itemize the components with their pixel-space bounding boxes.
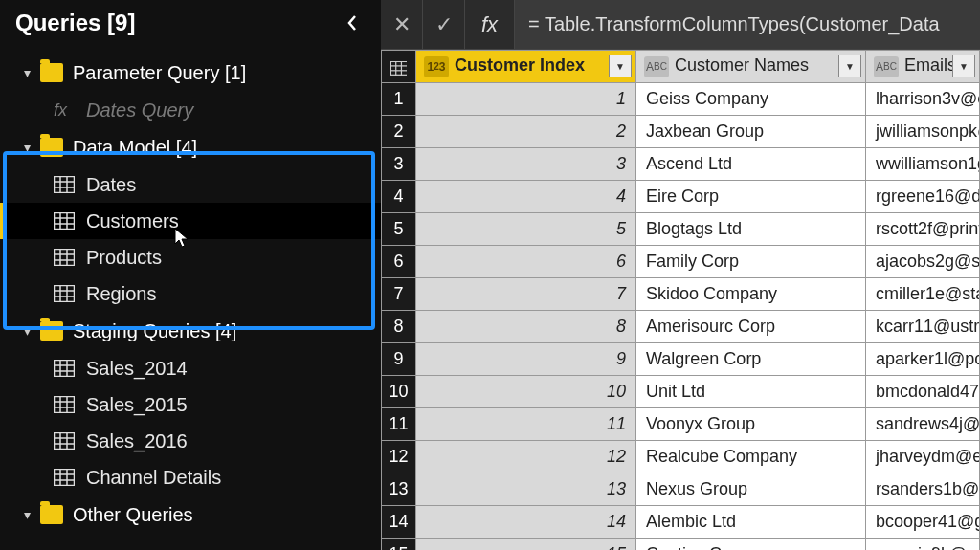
column-emails[interactable]: ABCEmails▼ xyxy=(866,51,980,83)
cell-customer-index[interactable]: 2 xyxy=(416,116,636,148)
cell-customer-index[interactable]: 1 xyxy=(416,83,636,116)
cell-customer-name[interactable]: Walgreen Corp xyxy=(636,343,866,376)
row-number[interactable]: 3 xyxy=(382,148,416,181)
cell-customer-name[interactable]: Unit Ltd xyxy=(636,376,866,408)
table-row[interactable]: 99Walgreen Corpaparker1l@pcw xyxy=(382,343,980,376)
table-row[interactable]: 11Geiss Companylharrison3v@ee xyxy=(382,83,980,116)
cell-customer-index[interactable]: 11 xyxy=(416,408,636,441)
table-row[interactable]: 1414Alembic Ltdbcooper41@gu xyxy=(382,506,980,539)
column-customer-names[interactable]: ABCCustomer Names▼ xyxy=(636,51,866,83)
row-number[interactable]: 2 xyxy=(382,116,416,148)
cell-customer-name[interactable]: Geiss Company xyxy=(636,83,866,116)
table-row[interactable]: 44Eire Corprgreene16@dev xyxy=(382,181,980,213)
query-sales-2016[interactable]: Sales_2016 xyxy=(0,423,381,459)
table-row[interactable]: 33Ascend Ltdwwilliamson1g@ xyxy=(382,148,980,181)
cell-email[interactable]: jwilliamsonpk@ xyxy=(866,116,980,148)
cell-customer-name[interactable]: Blogtags Ltd xyxy=(636,213,866,246)
cell-customer-name[interactable]: Jaxbean Group xyxy=(636,116,866,148)
row-number[interactable]: 1 xyxy=(382,83,416,116)
cell-customer-name[interactable]: Centizu Company xyxy=(636,539,866,551)
cell-email[interactable]: rsanders1b@lat xyxy=(866,473,980,506)
cell-customer-index[interactable]: 6 xyxy=(416,246,636,278)
query-customers[interactable]: Customers xyxy=(0,203,381,239)
cell-email[interactable]: jharveydm@ets xyxy=(866,441,980,473)
table-row[interactable]: 1313Nexus Grouprsanders1b@lat xyxy=(382,473,980,506)
cell-email[interactable]: rscott2f@printf xyxy=(866,213,980,246)
cell-customer-name[interactable]: Ascend Ltd xyxy=(636,148,866,181)
formula-cancel-button[interactable]: ✕ xyxy=(381,0,423,49)
column-customer-index[interactable]: 123Customer Index▼ xyxy=(416,51,636,83)
collapse-sidebar-button[interactable] xyxy=(339,10,366,36)
cell-customer-name[interactable]: Amerisourc Corp xyxy=(636,311,866,343)
cell-customer-name[interactable]: Alembic Ltd xyxy=(636,506,866,539)
cell-customer-index[interactable]: 7 xyxy=(416,278,636,311)
table-row[interactable]: 77Skidoo Companycmiller1e@stat xyxy=(382,278,980,311)
table-row[interactable]: 1010Unit Ltdbmcdonald47@ xyxy=(382,376,980,408)
table-row[interactable]: 1515Centizu Companysgarcia9k@mys xyxy=(382,539,980,551)
row-number[interactable]: 5 xyxy=(382,213,416,246)
column-filter-button[interactable]: ▼ xyxy=(952,55,975,77)
cell-email[interactable]: sgarcia9k@mys xyxy=(866,539,980,551)
column-filter-button[interactable]: ▼ xyxy=(609,55,632,77)
query-channel-details[interactable]: Channel Details xyxy=(0,459,381,495)
cell-customer-name[interactable]: Family Corp xyxy=(636,246,866,278)
cell-customer-index[interactable]: 13 xyxy=(416,473,636,506)
cell-customer-name[interactable]: Nexus Group xyxy=(636,473,866,506)
query-dates[interactable]: Dates xyxy=(0,166,381,203)
group-staging-queries[interactable]: ▾Staging Queries [4] xyxy=(0,312,381,350)
row-number[interactable]: 4 xyxy=(382,181,416,213)
cell-customer-index[interactable]: 15 xyxy=(416,539,636,551)
cell-email[interactable]: bmcdonald47@ xyxy=(866,376,980,408)
cell-customer-name[interactable]: Skidoo Company xyxy=(636,278,866,311)
cell-customer-index[interactable]: 12 xyxy=(416,441,636,473)
row-number[interactable]: 6 xyxy=(382,246,416,278)
table-row[interactable]: 22Jaxbean Groupjwilliamsonpk@ xyxy=(382,116,980,148)
column-filter-button[interactable]: ▼ xyxy=(838,55,861,77)
cell-customer-index[interactable]: 8 xyxy=(416,311,636,343)
group-data-model[interactable]: ▾Data Model [4] xyxy=(0,128,381,166)
formula-confirm-button[interactable]: ✓ xyxy=(423,0,465,49)
cell-email[interactable]: rgreene16@dev xyxy=(866,181,980,213)
row-number[interactable]: 12 xyxy=(382,441,416,473)
query-dates-query[interactable]: fxDates Query xyxy=(0,92,381,128)
cell-customer-index[interactable]: 3 xyxy=(416,148,636,181)
row-number[interactable]: 13 xyxy=(382,473,416,506)
row-number[interactable]: 8 xyxy=(382,311,416,343)
query-regions[interactable]: Regions xyxy=(0,275,381,312)
table-row[interactable]: 1111Voonyx Groupsandrews4j@cis xyxy=(382,408,980,441)
cell-email[interactable]: wwilliamson1g@ xyxy=(866,148,980,181)
row-number[interactable]: 15 xyxy=(382,539,416,551)
data-grid[interactable]: 123Customer Index▼ABCCustomer Names▼ABCE… xyxy=(381,50,980,550)
query-sales-2014[interactable]: Sales_2014 xyxy=(0,350,381,386)
cell-email[interactable]: sandrews4j@cis xyxy=(866,408,980,441)
row-number[interactable]: 14 xyxy=(382,506,416,539)
query-sales-2015[interactable]: Sales_2015 xyxy=(0,386,381,423)
cell-email[interactable]: cmiller1e@stat xyxy=(866,278,980,311)
table-row[interactable]: 1212Realcube Companyjharveydm@ets xyxy=(382,441,980,473)
table-row[interactable]: 55Blogtags Ltdrscott2f@printf xyxy=(382,213,980,246)
row-number[interactable]: 10 xyxy=(382,376,416,408)
select-all-corner[interactable] xyxy=(382,51,416,83)
cell-email[interactable]: lharrison3v@ee xyxy=(866,83,980,116)
row-number[interactable]: 9 xyxy=(382,343,416,376)
cell-customer-name[interactable]: Eire Corp xyxy=(636,181,866,213)
cell-email[interactable]: bcooper41@gu xyxy=(866,506,980,539)
cell-customer-index[interactable]: 9 xyxy=(416,343,636,376)
cell-customer-index[interactable]: 4 xyxy=(416,181,636,213)
cell-customer-name[interactable]: Voonyx Group xyxy=(636,408,866,441)
cell-customer-index[interactable]: 14 xyxy=(416,506,636,539)
cell-email[interactable]: aparker1l@pcw xyxy=(866,343,980,376)
cell-email[interactable]: kcarr11@ustrea xyxy=(866,311,980,343)
table-row[interactable]: 88Amerisourc Corpkcarr11@ustrea xyxy=(382,311,980,343)
query-products[interactable]: Products xyxy=(0,239,381,275)
cell-customer-name[interactable]: Realcube Company xyxy=(636,441,866,473)
table-row[interactable]: 66Family Corpajacobs2g@sea xyxy=(382,246,980,278)
group-other-queries[interactable]: ▾Other Queries xyxy=(0,495,381,534)
formula-input[interactable]: = Table.TransformColumnTypes(Customer_Da… xyxy=(515,0,980,49)
cell-email[interactable]: ajacobs2g@sea xyxy=(866,246,980,278)
cell-customer-index[interactable]: 5 xyxy=(416,213,636,246)
group-parameter-query[interactable]: ▾Parameter Query [1] xyxy=(0,54,381,92)
cell-customer-index[interactable]: 10 xyxy=(416,376,636,408)
row-number[interactable]: 11 xyxy=(382,408,416,441)
row-number[interactable]: 7 xyxy=(382,278,416,311)
